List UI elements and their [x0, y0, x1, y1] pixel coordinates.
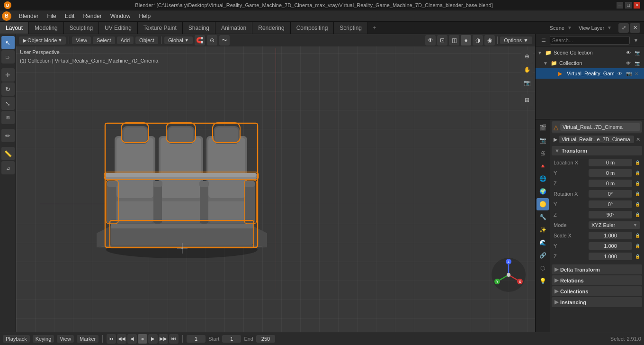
relations-header[interactable]: ▶ Relations [552, 275, 642, 285]
step-back-btn[interactable]: ◀ [127, 334, 137, 344]
eye-icon[interactable]: 👁 [626, 50, 634, 55]
scale-z-lock[interactable]: 🔒 [635, 254, 640, 259]
render-props-tab[interactable]: 📷 [537, 134, 549, 146]
zoom-in-button[interactable]: ⊕ [521, 50, 533, 63]
blender-logo[interactable]: B [2, 11, 11, 21]
location-z-field[interactable]: 0 m [589, 180, 632, 187]
add-menu-btn[interactable]: Add [117, 36, 134, 44]
physics-tab[interactable]: 🌊 [537, 236, 549, 249]
material-shading[interactable]: ◑ [473, 35, 483, 45]
scale-x-field[interactable]: 1.000 [589, 232, 632, 239]
material-tab[interactable]: 💡 [537, 275, 549, 287]
transform-dropdown[interactable]: Global ▼ [164, 36, 193, 44]
camera-button[interactable]: 📷 [521, 77, 533, 89]
overlay-toggle[interactable]: 👁 [425, 35, 436, 45]
playback-menu-btn[interactable]: Playback [3, 335, 30, 343]
view-layer-selector[interactable]: View Layer [579, 25, 604, 31]
menu-file[interactable]: File [43, 12, 60, 20]
menu-render[interactable]: Render [79, 12, 105, 20]
rotation-x-field[interactable]: 0° [589, 190, 632, 198]
annotate-tool[interactable]: ✏ [1, 129, 15, 142]
rotation-y-field[interactable]: 0° [589, 200, 632, 208]
mode-dropdown[interactable]: ▶ Object Mode ▼ [19, 36, 66, 45]
navigation-gizmo[interactable]: Z X Y [490, 256, 528, 294]
location-z-lock[interactable]: 🔒 [635, 181, 640, 186]
tab-animation[interactable]: Animation [215, 22, 252, 34]
viewport[interactable]: ▶ Object Mode ▼ View Select Add Object G… [16, 34, 535, 332]
minimize-button[interactable]: ─ [617, 2, 623, 9]
transform-header[interactable]: ▼ Transform [552, 146, 642, 155]
close-button[interactable]: ✕ [634, 2, 640, 9]
location-x-lock[interactable]: 🔒 [635, 160, 640, 165]
tab-compositing[interactable]: Compositing [291, 22, 334, 34]
tab-sculpting[interactable]: Sculpting [64, 22, 99, 34]
menu-blender[interactable]: Blender [15, 12, 42, 20]
rotation-mode-field[interactable]: XYZ Euler▼ [589, 221, 640, 229]
view-layer-tab[interactable]: 🔺 [537, 160, 549, 172]
output-props-tab[interactable]: 🖨 [537, 147, 549, 159]
snap-toggle[interactable]: 🧲 [195, 35, 205, 45]
constraints-tab[interactable]: 🔗 [537, 249, 549, 262]
object-name-field[interactable]: Virtual_Real...7D_Cinema [560, 123, 640, 131]
add-workspace-button[interactable]: ＋ [368, 22, 381, 34]
select-menu-btn[interactable]: Select [93, 36, 115, 44]
outliner-search[interactable] [550, 36, 630, 45]
render-shading[interactable]: ◉ [484, 35, 495, 45]
outliner-menu-btn[interactable]: ☰ [538, 35, 549, 45]
rotation-z-lock[interactable]: 🔒 [635, 212, 640, 217]
world-tab[interactable]: 🌍 [537, 185, 549, 198]
xray-toggle[interactable]: ⊡ [437, 35, 447, 45]
proportional-icon[interactable]: 〜 [219, 35, 230, 45]
select-box-tool[interactable]: □· [1, 50, 15, 64]
wireframe-shading[interactable]: ◫ [449, 35, 459, 45]
scale-z-field[interactable]: 1.000 [589, 253, 632, 260]
move-tool[interactable]: ✛ [1, 68, 15, 82]
options-menu[interactable]: Options ▼ [500, 36, 532, 44]
measure-tool[interactable]: 📏 [1, 147, 15, 160]
marker-menu-btn[interactable]: Marker [77, 335, 98, 343]
scene-tab[interactable]: 🌐 [537, 172, 549, 185]
data-tab[interactable]: ⬡ [537, 262, 549, 274]
scale-x-lock[interactable]: 🔒 [635, 233, 640, 238]
scene-selector[interactable]: Scene [550, 25, 564, 31]
pan-button[interactable]: ✋ [521, 64, 533, 76]
tab-texture-paint[interactable]: Texture Paint [138, 22, 183, 34]
collections-header[interactable]: ▶ Collections [552, 286, 642, 296]
tab-modeling[interactable]: Modeling [29, 22, 64, 34]
keying-menu-btn[interactable]: Keying [33, 335, 54, 343]
eye-icon-3[interactable]: 👁 [617, 71, 625, 76]
rotation-z-field[interactable]: 90° [589, 211, 632, 218]
scale-tool[interactable]: ⤡ [1, 97, 15, 110]
jump-end-btn[interactable]: ⏭ [169, 334, 179, 344]
cursor-tool[interactable]: ↖ [1, 36, 15, 49]
menu-edit[interactable]: Edit [61, 12, 79, 20]
rotate-tool[interactable]: ↻ [1, 82, 15, 96]
scene-props-tab[interactable]: 🎬 [537, 121, 549, 134]
start-frame-field[interactable]: 1 [222, 335, 241, 343]
location-x-field[interactable]: 0 m [589, 159, 632, 166]
solid-shading[interactable]: ● [461, 35, 471, 45]
fullscreen-button[interactable]: ⤢ [618, 23, 629, 33]
end-frame-field[interactable]: 250 [256, 335, 275, 343]
delta-transform-header[interactable]: ▶ Delta Transform [552, 264, 642, 274]
outliner-row-collection[interactable]: ▼ 📁 Collection 👁 📷 [536, 58, 644, 68]
tab-shading[interactable]: Shading [183, 22, 215, 34]
rotation-y-lock[interactable]: 🔒 [635, 202, 640, 207]
rotation-x-lock[interactable]: 🔒 [635, 191, 640, 196]
outliner-row-vr-object[interactable]: ▶ Virtual_Reality_Gam 👁 📷 ✕ [536, 68, 644, 79]
collection-button[interactable]: ⊞ [521, 94, 533, 106]
scale-y-lock[interactable]: 🔒 [635, 244, 640, 248]
object-tab[interactable]: 🟡 [537, 198, 549, 210]
render-icon-2[interactable]: 📷 [635, 61, 642, 66]
proportional-edit[interactable]: ⊙ [207, 35, 217, 45]
outliner-options-icon[interactable]: ✕ [635, 71, 642, 76]
jump-start-btn[interactable]: ⏮ [107, 334, 116, 344]
tab-rendering[interactable]: Rendering [252, 22, 290, 34]
tab-uv-editing[interactable]: UV Editing [99, 22, 138, 34]
outliner-row-scene-collection[interactable]: ▼ 📁 Scene Collection 👁 📷 [536, 47, 644, 58]
maximize-button[interactable]: □ [625, 2, 632, 9]
window-controls[interactable]: ─ □ ✕ [617, 2, 640, 9]
particles-tab[interactable]: ✨ [537, 224, 549, 236]
data-name-field[interactable]: Virtual_Realit...e_7D_Cinema [559, 136, 634, 143]
step-fwd-btn[interactable]: ▶▶ [159, 334, 168, 344]
